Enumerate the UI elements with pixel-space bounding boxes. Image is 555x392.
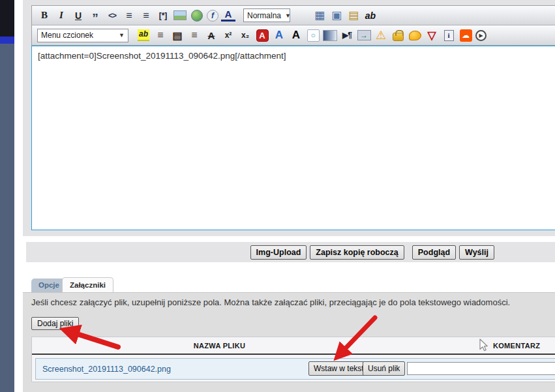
tab-options[interactable]: Opcje <box>31 279 67 292</box>
align-justify-icon[interactable]: ▤ <box>170 28 185 42</box>
attachments-instruction: Jeśli chcesz załączyć plik, uzupełnij po… <box>31 297 510 307</box>
submit-button[interactable]: Wyślij <box>459 245 494 260</box>
attachment-filename-link[interactable]: Screenshot_20191113_090642.png <box>42 365 171 374</box>
delete-file-button[interactable]: Usuń plik <box>363 361 405 376</box>
message-textarea[interactable]: [attachment=0]Screenshot_20191113_090642… <box>31 46 555 230</box>
browser-edge-dark <box>0 0 14 37</box>
font-color-icon[interactable]: A <box>221 9 235 22</box>
bold-icon[interactable]: B <box>37 8 52 23</box>
preview-button[interactable]: Podgląd <box>412 245 456 260</box>
soundcloud-icon[interactable]: ☁ <box>458 28 473 42</box>
image-icon-glyph <box>173 10 187 20</box>
font-menu-select[interactable]: Menu czcionek ▼ <box>37 29 128 42</box>
toolbar-row-2: Menu czcionek ▼ ab ≡ ▤ ≡ A x² x₂ A A A ○… <box>32 25 555 45</box>
align-right-icon[interactable]: ≡ <box>187 28 202 42</box>
info-icon-glyph: i <box>444 30 454 41</box>
attachments-panel: Jeśli chcesz załączyć plik, uzupełnij po… <box>23 292 555 392</box>
font-size-red-glyph: A <box>256 29 269 42</box>
subscript-icon[interactable]: x₂ <box>238 28 252 42</box>
warning-icon[interactable]: ⚠ <box>374 28 388 42</box>
post-actions-bar: Img-Upload Zapisz kopię roboczą Podgląd … <box>26 242 555 262</box>
bullet-list-icon[interactable]: ≡ <box>122 8 136 23</box>
save-draft-button[interactable]: Zapisz kopię roboczą <box>310 245 404 260</box>
strikethrough-icon[interactable]: A <box>204 28 218 42</box>
superscript-icon[interactable]: x² <box>221 28 235 42</box>
toolbar-row-1: B I U ” <> ≡ ≡ [*] f A Normalna ▼ ▦ ▣ ▤ … <box>32 6 555 25</box>
drop-shadow-icon[interactable]: ○ <box>306 28 320 42</box>
column-header-comment: KOMENTARZ <box>493 342 540 350</box>
link-icon[interactable] <box>190 8 204 23</box>
italic-icon[interactable]: I <box>54 8 68 23</box>
comment-input[interactable] <box>407 362 555 375</box>
insert-in-text-button[interactable]: Wstaw w tekst <box>308 361 369 376</box>
speech-bubble-glyph <box>409 31 421 40</box>
quote-icon[interactable]: ” <box>88 8 102 23</box>
paste-icon[interactable]: ▤ <box>346 8 361 23</box>
soundcloud-glyph: ☁ <box>460 29 472 42</box>
font-menu-value: Menu czcionek <box>41 31 93 40</box>
add-files-button[interactable]: Dodaj pliki <box>31 317 79 330</box>
chevron-down-icon: ▼ <box>285 12 291 19</box>
drop-shadow-glyph: ○ <box>307 29 320 42</box>
bbcode-toolbar: B I U ” <> ≡ ≡ [*] f A Normalna ▼ ▦ ▣ ▤ … <box>31 5 555 46</box>
format-select-value: Normalna <box>247 11 281 20</box>
lock-icon[interactable] <box>391 28 405 42</box>
underline-icon[interactable]: U <box>71 8 85 23</box>
gradient-icon-glyph <box>323 30 337 41</box>
spoiler-icon[interactable]: ▽ <box>425 28 439 42</box>
column-header-filename: NAZWA PLIKU <box>32 342 407 350</box>
gradient-icon[interactable] <box>323 28 337 42</box>
link-icon-glyph <box>191 10 203 22</box>
attachments-table: NAZWA PLIKU KOMENTARZ Screenshot_2019111… <box>31 337 555 382</box>
code-icon[interactable]: <> <box>105 8 119 23</box>
play-icon[interactable]: ▶ <box>475 30 487 41</box>
align-center-icon[interactable]: ≡ <box>153 28 168 42</box>
highlight-icon[interactable]: ab <box>136 28 151 42</box>
attachments-table-header: NAZWA PLIKU KOMENTARZ <box>32 337 555 355</box>
img-upload-button[interactable]: Img-Upload <box>250 245 307 260</box>
import-icon[interactable]: → <box>357 28 371 42</box>
mouse-cursor-icon <box>478 339 488 355</box>
highlight-icon-glyph: ab <box>138 29 149 41</box>
text-direction-icon[interactable]: ▶¶ <box>340 28 354 42</box>
import-icon-glyph: → <box>357 30 371 40</box>
copy-icon[interactable]: ▣ <box>329 8 344 23</box>
browser-edge-slate <box>0 44 14 392</box>
flash-icon[interactable]: f <box>207 10 218 22</box>
lock-icon-glyph <box>393 33 404 41</box>
inline-code-icon[interactable]: ab <box>363 8 378 23</box>
image-icon[interactable] <box>173 8 187 23</box>
font-size-red-icon[interactable]: A <box>255 28 269 42</box>
info-icon[interactable]: i <box>442 28 456 42</box>
browser-edge-blue <box>0 37 14 44</box>
text-style-icon[interactable]: A <box>289 28 303 42</box>
attachment-row: Screenshot_20191113_090642.png Wstaw w t… <box>35 358 555 380</box>
table-icon[interactable]: ▦ <box>312 8 327 23</box>
tab-attachments[interactable]: Załączniki <box>62 277 113 292</box>
format-select[interactable]: Normalna ▼ <box>243 8 290 22</box>
list-item-icon[interactable]: [*] <box>156 8 170 23</box>
chevron-down-icon: ▼ <box>119 32 125 38</box>
numbered-list-icon[interactable]: ≡ <box>139 8 153 23</box>
font-family-icon[interactable]: A <box>272 28 286 42</box>
speech-bubble-icon[interactable] <box>408 28 422 42</box>
